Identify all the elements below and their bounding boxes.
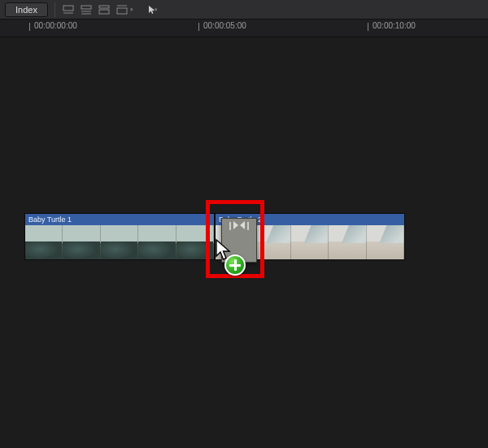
clip-view-1-icon[interactable] (62, 4, 75, 15)
toolbar-divider (54, 2, 55, 17)
chevron-down-icon[interactable]: ▾ (130, 7, 133, 13)
svg-rect-0 (63, 6, 73, 11)
transition-drop-preview[interactable] (221, 218, 257, 263)
transition-handle-icon (229, 222, 231, 230)
transition-handle-icon (247, 222, 249, 230)
primary-storyline[interactable]: Baby Turtle 1 Baby Turtle 2 (24, 213, 405, 260)
clip-baby-turtle-1[interactable]: Baby Turtle 1 (24, 213, 215, 260)
clip-thumbnail (329, 225, 366, 260)
svg-rect-7 (117, 8, 127, 14)
svg-rect-2 (81, 6, 91, 9)
clip-thumbnail (101, 225, 138, 260)
clip-thumbnail (253, 225, 290, 260)
ruler-tick: 00:00:10:00 (373, 21, 416, 30)
clip-view-2-icon[interactable] (80, 4, 93, 15)
clip-thumbnail (291, 225, 329, 260)
ruler-tick: 00:00:00:00 (34, 21, 77, 30)
clip-thumbnail (138, 225, 176, 260)
timeline-toolbar: Index ▾ ▾ (0, 0, 488, 20)
clip-view-3-icon[interactable] (98, 4, 111, 15)
clip-view-4-icon[interactable] (115, 4, 129, 15)
clip-thumbnail (176, 225, 214, 260)
ruler-tick: 00:00:05:00 (203, 21, 246, 30)
clip-thumbnail (25, 225, 63, 260)
clip-title: Baby Turtle 1 (25, 214, 214, 225)
timeline-ruler[interactable]: 00:00:00:00 00:00:05:00 00:00:10:00 (0, 20, 488, 37)
svg-rect-6 (99, 10, 109, 14)
clip-thumbnails (25, 225, 214, 260)
clip-thumbnail (63, 225, 100, 260)
svg-rect-5 (99, 6, 109, 8)
index-button[interactable]: Index (5, 2, 48, 17)
clip-thumbnail (367, 225, 404, 260)
select-tool[interactable]: ▾ (148, 5, 158, 15)
transition-icon (233, 221, 245, 231)
chevron-down-icon[interactable]: ▾ (155, 7, 158, 13)
clip-appearance-icons: ▾ (62, 4, 133, 15)
timeline-area[interactable]: Baby Turtle 1 Baby Turtle 2 (0, 37, 488, 448)
